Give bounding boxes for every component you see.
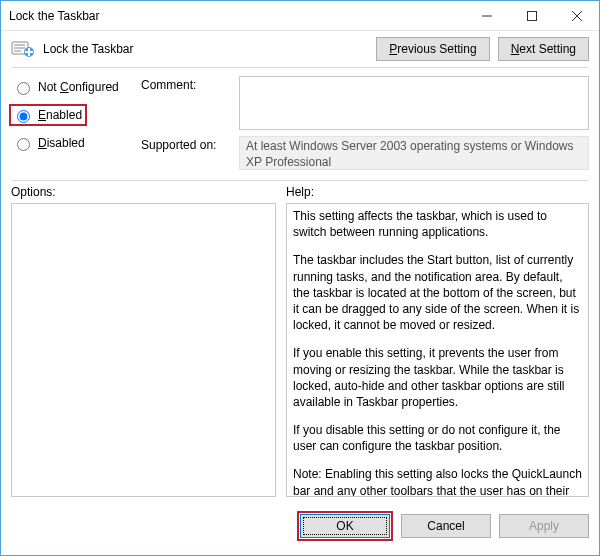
radio-disabled[interactable]: Disabled — [11, 134, 141, 152]
maximize-button[interactable] — [509, 1, 554, 30]
radio-not-configured[interactable]: Not Configured — [11, 78, 141, 96]
options-listbox[interactable] — [11, 203, 276, 497]
dialog-footer: OK Cancel Apply — [1, 497, 599, 555]
main-area: Options: Help: This setting affects the … — [1, 181, 599, 497]
help-label: Help: — [286, 185, 589, 203]
ok-button[interactable]: OK — [300, 514, 390, 538]
radio-enabled[interactable]: Enabled — [9, 104, 87, 126]
help-paragraph: The taskbar includes the Start button, l… — [293, 252, 582, 333]
titlebar[interactable]: Lock the Taskbar — [1, 1, 599, 31]
help-paragraph: This setting affects the taskbar, which … — [293, 208, 582, 240]
comment-label: Comment: — [141, 76, 231, 92]
help-paragraph: If you disable this setting or do not co… — [293, 422, 582, 454]
radio-enabled-label: Enabled — [38, 108, 82, 122]
apply-button[interactable]: Apply — [499, 514, 589, 538]
help-paragraph: Note: Enabling this setting also locks t… — [293, 466, 582, 497]
radio-not-configured-label: Not Configured — [38, 80, 119, 94]
next-setting-button[interactable]: Next Setting — [498, 37, 589, 61]
help-column: Help: This setting affects the taskbar, … — [286, 185, 589, 497]
options-label: Options: — [11, 185, 276, 203]
state-radios: Not Configured Enabled Disabled — [11, 76, 141, 170]
minimize-button[interactable] — [464, 1, 509, 30]
config-section: Not Configured Enabled Disabled Comment:… — [1, 68, 599, 180]
dialog-window: Lock the Taskbar Lock the Taskbar Previo… — [0, 0, 600, 556]
help-textbox[interactable]: This setting affects the taskbar, which … — [286, 203, 589, 497]
toolbar: Lock the Taskbar Previous Setting Next S… — [1, 31, 599, 67]
radio-disabled-label: Disabled — [38, 136, 85, 150]
close-button[interactable] — [554, 1, 599, 30]
svg-rect-10 — [28, 48, 30, 56]
ok-highlight: OK — [297, 511, 393, 541]
supported-on-box: At least Windows Server 2003 operating s… — [239, 136, 589, 170]
previous-setting-button[interactable]: Previous Setting — [376, 37, 489, 61]
policy-title: Lock the Taskbar — [43, 42, 134, 56]
supported-label: Supported on: — [141, 136, 231, 152]
svg-rect-1 — [527, 11, 536, 20]
radio-disabled-input[interactable] — [17, 138, 30, 151]
window-title: Lock the Taskbar — [9, 9, 464, 23]
radio-not-configured-input[interactable] — [17, 82, 30, 95]
help-paragraph: If you enable this setting, it prevents … — [293, 345, 582, 410]
options-column: Options: — [11, 185, 276, 497]
radio-enabled-input[interactable] — [17, 110, 30, 123]
comment-textarea[interactable] — [239, 76, 589, 130]
policy-icon — [11, 39, 35, 59]
cancel-button[interactable]: Cancel — [401, 514, 491, 538]
